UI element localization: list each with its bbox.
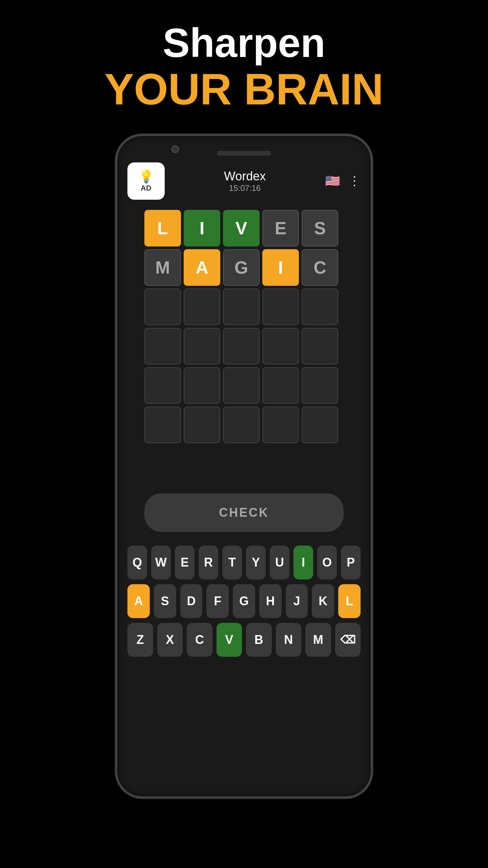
grid-row-5 xyxy=(144,367,344,404)
key-i[interactable]: I xyxy=(293,546,313,579)
grid-cell-6-4 xyxy=(262,407,299,443)
key-b[interactable]: B xyxy=(246,623,272,657)
side-button xyxy=(371,255,373,282)
grid-cell-1-1: L xyxy=(144,210,181,246)
key-e[interactable]: E xyxy=(175,546,195,579)
grid-cell-4-3 xyxy=(223,328,260,364)
keyboard: Q W E R T Y U I O P A S D F G H J K xyxy=(117,539,371,675)
grid-cell-6-5 xyxy=(302,407,338,443)
key-d[interactable]: D xyxy=(180,584,203,618)
grid-cell-1-3: V xyxy=(223,210,260,246)
app-bar: 💡 AD Wordex 15:07:16 🇺🇸 ⋮ xyxy=(117,159,371,203)
grid-row-2: M A G I C xyxy=(144,249,344,286)
grid-cell-5-2 xyxy=(184,367,220,404)
key-c[interactable]: C xyxy=(187,623,212,657)
flag-icon: 🇺🇸 xyxy=(325,174,340,188)
keyboard-row-3: Z X C V B N M ⌫ xyxy=(127,623,361,657)
key-s[interactable]: S xyxy=(154,584,176,618)
keyboard-row-2: A S D F G H J K L xyxy=(127,584,361,618)
key-v[interactable]: V xyxy=(217,623,242,657)
key-backspace[interactable]: ⌫ xyxy=(335,623,361,657)
app-title-area: Wordex 15:07:16 xyxy=(165,169,325,193)
grid-cell-6-3 xyxy=(223,407,260,443)
grid-cell-4-4 xyxy=(262,328,299,364)
ad-button[interactable]: 💡 AD xyxy=(127,162,165,200)
sharpen-title: Sharpen xyxy=(104,20,383,65)
key-w[interactable]: W xyxy=(151,546,171,579)
key-n[interactable]: N xyxy=(276,623,302,657)
top-header: Sharpen YOUR BRAIN xyxy=(104,20,383,114)
grid-cell-2-1: M xyxy=(144,249,181,286)
keyboard-row-1: Q W E R T Y U I O P xyxy=(127,546,361,579)
grid-cell-2-3: G xyxy=(223,249,260,286)
ad-label: AD xyxy=(141,184,151,193)
more-menu-icon[interactable]: ⋮ xyxy=(348,174,361,188)
grid-cell-2-2: A xyxy=(184,249,220,286)
key-x[interactable]: X xyxy=(157,623,183,657)
key-o[interactable]: O xyxy=(317,546,337,579)
phone-wrapper: 💡 AD Wordex 15:07:16 🇺🇸 ⋮ L I V E S xyxy=(115,134,373,805)
grid-row-6 xyxy=(144,407,344,443)
check-button[interactable]: CHECK xyxy=(144,493,344,532)
bulb-icon: 💡 xyxy=(139,170,154,184)
key-q[interactable]: Q xyxy=(127,546,147,579)
key-l[interactable]: L xyxy=(338,584,361,618)
key-y[interactable]: Y xyxy=(246,546,266,579)
grid-cell-3-1 xyxy=(144,289,181,325)
grid-cell-4-1 xyxy=(144,328,181,364)
grid-cell-1-4: E xyxy=(262,210,299,246)
grid-cell-2-4: I xyxy=(262,249,299,286)
grid-cell-5-4 xyxy=(262,367,299,404)
app-timer: 15:07:16 xyxy=(165,183,325,193)
grid-cell-4-5 xyxy=(302,328,338,364)
grid-row-3 xyxy=(144,289,344,325)
grid-cell-6-2 xyxy=(184,407,220,443)
phone-speaker xyxy=(217,151,271,156)
grid-cell-4-2 xyxy=(184,328,220,364)
grid-row-4 xyxy=(144,328,344,364)
key-g[interactable]: G xyxy=(233,584,255,618)
grid-cell-1-5: S xyxy=(302,210,338,246)
key-p[interactable]: P xyxy=(341,546,361,579)
grid-cell-6-1 xyxy=(144,407,181,443)
key-u[interactable]: U xyxy=(270,546,289,579)
grid-cell-3-2 xyxy=(184,289,220,325)
phone-frame: 💡 AD Wordex 15:07:16 🇺🇸 ⋮ L I V E S xyxy=(115,134,373,798)
front-camera xyxy=(171,145,179,153)
grid-row-1: L I V E S xyxy=(144,210,344,246)
phone-top xyxy=(117,136,371,159)
key-z[interactable]: Z xyxy=(127,623,153,657)
grid-cell-5-5 xyxy=(302,367,338,404)
app-bar-icons: 🇺🇸 ⋮ xyxy=(325,174,361,188)
app-title: Wordex xyxy=(165,169,325,183)
key-h[interactable]: H xyxy=(259,584,282,618)
grid-cell-2-5: C xyxy=(302,249,338,286)
grid-cell-1-2: I xyxy=(184,210,220,246)
grid-cell-5-1 xyxy=(144,367,181,404)
key-r[interactable]: R xyxy=(199,546,218,579)
key-j[interactable]: J xyxy=(286,584,308,618)
key-a[interactable]: A xyxy=(127,584,150,618)
key-t[interactable]: T xyxy=(222,546,242,579)
grid-cell-3-3 xyxy=(223,289,260,325)
key-m[interactable]: M xyxy=(305,623,331,657)
grid-cell-3-4 xyxy=(262,289,299,325)
spacer xyxy=(117,453,371,480)
brain-title: YOUR BRAIN xyxy=(104,65,383,114)
key-k[interactable]: K xyxy=(312,584,334,618)
grid-cell-3-5 xyxy=(302,289,338,325)
check-button-area: CHECK xyxy=(117,480,371,539)
game-grid: L I V E S M A G I C xyxy=(117,203,371,453)
key-f[interactable]: F xyxy=(206,584,229,618)
grid-cell-5-3 xyxy=(223,367,260,404)
